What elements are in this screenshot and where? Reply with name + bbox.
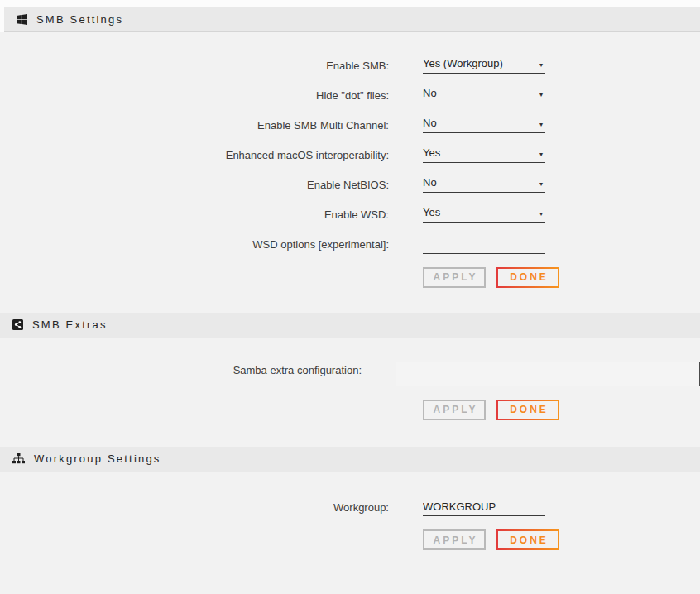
chevron-down-icon: ▾ <box>539 176 543 188</box>
enable-smb-select[interactable]: Yes (Workgroup) ▾ <box>423 57 545 74</box>
section-title: SMB Extras <box>32 319 108 331</box>
extras-done-button[interactable]: DONE <box>496 400 559 420</box>
page-top-margin <box>0 0 700 7</box>
windows-icon <box>17 14 27 25</box>
workgroup-settings-body: Workgroup: APPLY DONE <box>0 472 700 551</box>
field-label: Hide "dot" files: <box>0 87 389 102</box>
chevron-down-icon: ▾ <box>539 206 543 218</box>
chevron-down-icon: ▾ <box>539 87 543 98</box>
select-value: Yes <box>423 146 440 159</box>
section-title: Workgroup Settings <box>34 453 161 465</box>
workgroup-apply-button[interactable]: APPLY <box>423 529 486 550</box>
workgroup-input[interactable] <box>423 500 545 516</box>
smb-extras-header: SMB Extras <box>0 313 700 338</box>
form-row: Workgroup: <box>0 499 700 517</box>
smb-settings-header-wrap: SMB Settings <box>0 7 700 32</box>
workgroup-settings-section: Workgroup Settings Workgroup: APPLY DONE <box>0 447 700 551</box>
smb-extras-body: Samba extra configuration: APPLY DONE <box>0 338 700 447</box>
smb-settings-body: Enable SMB: Yes (Workgroup) ▾ Hide "dot"… <box>0 32 700 313</box>
field-label: Enable WSD: <box>0 206 389 221</box>
form-row: Enable WSD: Yes ▾ <box>0 206 700 223</box>
field-label: Enable SMB Multi Channel: <box>0 117 389 132</box>
netbios-select[interactable]: No ▾ <box>423 176 545 193</box>
select-value: Yes (Workgroup) <box>423 57 503 69</box>
hide-dot-files-select[interactable]: No ▾ <box>423 87 545 103</box>
field-label: Enable NetBIOS: <box>0 176 389 191</box>
smb-done-button[interactable]: DONE <box>496 267 559 288</box>
field-label: WSD options [experimental]: <box>0 236 389 251</box>
smb-extras-actions: APPLY DONE <box>423 400 700 420</box>
chevron-down-icon: ▾ <box>539 117 543 128</box>
workgroup-actions: APPLY DONE <box>423 529 700 550</box>
smb-apply-button[interactable]: APPLY <box>423 267 486 288</box>
field-label: Samba extra configuration: <box>0 362 362 376</box>
extras-apply-button[interactable]: APPLY <box>423 400 486 420</box>
field-label: Enhanced macOS interoperability: <box>0 146 389 161</box>
workgroup-settings-header: Workgroup Settings <box>0 447 700 472</box>
smb-multichannel-select[interactable]: No ▾ <box>423 117 545 133</box>
chevron-down-icon: ▾ <box>539 146 543 158</box>
samba-extra-config-textarea[interactable] <box>396 362 700 386</box>
smb-settings-header: SMB Settings <box>4 7 700 32</box>
wsd-select[interactable]: Yes ▾ <box>423 206 545 223</box>
form-row: Enable NetBIOS: No ▾ <box>0 176 700 193</box>
field-label: Enable SMB: <box>0 57 389 72</box>
form-row: Enhanced macOS interoperability: Yes ▾ <box>0 146 700 163</box>
select-value: No <box>423 176 437 189</box>
select-value: Yes <box>423 206 440 218</box>
section-title: SMB Settings <box>36 13 123 26</box>
form-row: WSD options [experimental]: <box>0 236 700 254</box>
select-value: No <box>423 87 437 99</box>
form-row: Enable SMB: Yes (Workgroup) ▾ <box>0 57 700 74</box>
field-label: Workgroup: <box>0 499 389 514</box>
form-row: Samba extra configuration: <box>0 362 700 386</box>
sitemap-icon <box>12 453 25 464</box>
macos-interop-select[interactable]: Yes ▾ <box>423 146 545 163</box>
share-icon <box>12 319 23 330</box>
select-value: No <box>423 117 437 129</box>
chevron-down-icon: ▾ <box>539 57 543 69</box>
workgroup-done-button[interactable]: DONE <box>496 529 559 550</box>
wsd-options-input[interactable] <box>423 237 545 254</box>
smb-extras-section: SMB Extras Samba extra configuration: AP… <box>0 313 700 447</box>
form-row: Enable SMB Multi Channel: No ▾ <box>0 117 700 133</box>
smb-settings-section: SMB Settings Enable SMB: Yes (Workgroup)… <box>0 7 700 313</box>
smb-settings-actions: APPLY DONE <box>423 267 700 288</box>
form-row: Hide "dot" files: No ▾ <box>0 87 700 103</box>
